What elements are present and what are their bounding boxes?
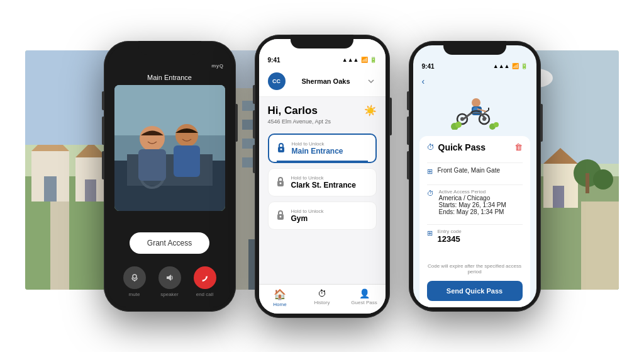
scooter-illustration xyxy=(413,91,536,136)
guest-pass-tab-icon: 👤 xyxy=(359,288,370,298)
grant-access-area: Grant Access xyxy=(130,232,209,254)
door-card-gym[interactable]: Hold to Unlock Gym xyxy=(268,202,377,230)
svg-rect-4 xyxy=(44,176,57,202)
phone2-content: 9:41 ▲▲▲ 📶 🔋 CC Sherman Oaks xyxy=(259,39,386,314)
send-quick-pass-button[interactable]: Send Quick Pass xyxy=(427,281,523,301)
sun-icon: ☀️ xyxy=(364,105,377,116)
svg-rect-50 xyxy=(553,186,564,208)
door-hold-2: Hold to Unlock xyxy=(291,175,356,181)
door-card-main[interactable]: Hold to Unlock Main Entrance xyxy=(268,133,377,163)
svg-point-53 xyxy=(593,169,613,190)
end-call-label: end call xyxy=(196,292,214,297)
phone3: 9:41 ▲▲▲ 📶 🔋 ‹ xyxy=(409,41,541,312)
svg-rect-68 xyxy=(138,149,166,181)
phone3-notch xyxy=(443,41,506,55)
gate-value: Front Gate, Main Gate xyxy=(438,167,501,174)
phone2-screen: 9:41 ▲▲▲ 📶 🔋 CC Sherman Oaks xyxy=(259,39,386,314)
phone2-time: 9:41 xyxy=(268,57,280,64)
phone3-content: 9:41 ▲▲▲ 📶 🔋 ‹ xyxy=(413,45,536,307)
svg-rect-73 xyxy=(167,276,169,279)
calendar-icon: ⏱ xyxy=(427,190,434,197)
phone2: 9:41 ▲▲▲ 📶 🔋 CC Sherman Oaks xyxy=(255,35,390,318)
phone2-topbar: CC Sherman Oaks xyxy=(259,67,386,97)
door-name-2: Clark St. Entrance xyxy=(291,181,356,190)
svg-point-71 xyxy=(133,275,136,278)
phone2-btn-right xyxy=(390,98,392,135)
svg-rect-52 xyxy=(586,173,589,193)
entry-code-row: ⊞ Entry code 12345 xyxy=(427,229,523,244)
phone3-btn-left2 xyxy=(407,116,409,145)
phone2-btn-left2 xyxy=(253,110,255,139)
entry-code-value: 12345 xyxy=(438,234,462,244)
phone3-btn-left3 xyxy=(407,151,409,179)
phone1-btn-right xyxy=(236,104,238,142)
timezone-value: America / Chicago xyxy=(439,195,506,202)
user-avatar[interactable]: CC xyxy=(268,72,286,90)
phone3-btn-right xyxy=(541,104,543,142)
end-call-button[interactable]: end call xyxy=(194,266,216,297)
grant-access-button[interactable]: Grant Access xyxy=(130,232,209,254)
lock-icon-2 xyxy=(276,176,285,188)
delete-button[interactable]: 🗑 xyxy=(514,142,523,152)
mute-button[interactable]: mute xyxy=(123,266,146,297)
speaker-button[interactable]: speaker xyxy=(158,266,181,297)
svg-rect-7 xyxy=(85,179,96,202)
entry-code-label: Entry code xyxy=(438,229,462,234)
divider-3 xyxy=(427,224,523,225)
quick-pass-title: Quick Pass xyxy=(438,142,486,152)
speaker-label: speaker xyxy=(160,292,178,297)
divider-2 xyxy=(427,185,523,185)
phone3-btn-left1 xyxy=(407,91,409,110)
svg-rect-12 xyxy=(50,202,69,290)
svg-point-93 xyxy=(494,122,499,127)
qp-header: ⏱ Quick Pass 🗑 xyxy=(427,142,523,152)
lock-icon-1 xyxy=(277,142,286,154)
svg-point-78 xyxy=(279,182,281,184)
phone2-status-icons: ▲▲▲ 📶 🔋 xyxy=(342,57,377,63)
signal-icon: ▲▲▲ xyxy=(342,57,359,63)
car-scene xyxy=(114,85,225,211)
lock-icon-3 xyxy=(276,210,285,222)
end-call-icon-circle xyxy=(194,266,216,289)
phones-wrapper: myQ Main Entrance xyxy=(104,35,541,318)
back-button[interactable]: ‹ xyxy=(422,76,425,86)
svg-rect-54 xyxy=(581,202,619,290)
wifi-icon: 📶 xyxy=(361,57,368,63)
address-text: 4546 Elm Avenue, Apt 2s xyxy=(268,118,377,125)
tab-guest-pass[interactable]: 👤 Guest Pass xyxy=(343,288,386,307)
gate-icon: ⊞ xyxy=(427,167,433,176)
history-tab-icon: ⏱ xyxy=(318,288,326,298)
greeting-text: Hi, Carlos xyxy=(268,105,318,117)
phone2-tabbar: 🏠 Home ⏱ History 👤 Guest Pass xyxy=(259,284,386,314)
door-hold-1: Hold to Unlock xyxy=(292,141,343,147)
svg-point-81 xyxy=(472,98,480,107)
entrance-label: Main Entrance xyxy=(147,74,192,81)
tab-history[interactable]: ⏱ History xyxy=(301,288,343,307)
entry-code-content: Entry code 12345 xyxy=(438,229,462,244)
door-card-clark[interactable]: Hold to Unlock Clark St. Entrance xyxy=(268,168,377,196)
signal-icon-3: ▲▲▲ xyxy=(493,63,510,69)
phone2-main: Hi, Carlos ☀️ 4546 Elm Avenue, Apt 2s Ho… xyxy=(259,97,386,284)
greeting-row: Hi, Carlos ☀️ xyxy=(268,105,377,117)
mic-icon xyxy=(130,273,139,282)
guest-pass-tab-label: Guest Pass xyxy=(351,300,377,305)
svg-rect-59 xyxy=(114,85,225,135)
location-name: Sherman Oaks xyxy=(301,77,350,85)
speaker-icon xyxy=(165,273,174,282)
svg-point-91 xyxy=(455,122,462,128)
phone3-screen: 9:41 ▲▲▲ 📶 🔋 ‹ xyxy=(413,45,536,307)
scene: myQ Main Entrance xyxy=(0,0,644,352)
phone2-notch xyxy=(291,35,353,48)
door-card-2-content: Hold to Unlock Clark St. Entrance xyxy=(291,175,356,190)
phone1-btn-left3 xyxy=(102,151,104,179)
door-name-3: Gym xyxy=(291,214,324,223)
tab-home[interactable]: 🏠 Home xyxy=(259,288,301,307)
phone1-btn-left2 xyxy=(102,116,104,145)
video-feed xyxy=(114,85,225,211)
phone1-content: myQ Main Entrance xyxy=(108,45,231,307)
call-actions: mute speaker end call xyxy=(123,266,216,307)
access-period-label: Active Access Period xyxy=(439,189,506,195)
svg-rect-70 xyxy=(174,145,200,177)
phone1-notch xyxy=(138,41,201,55)
phone3-status-icons: ▲▲▲ 📶 🔋 xyxy=(493,63,528,69)
